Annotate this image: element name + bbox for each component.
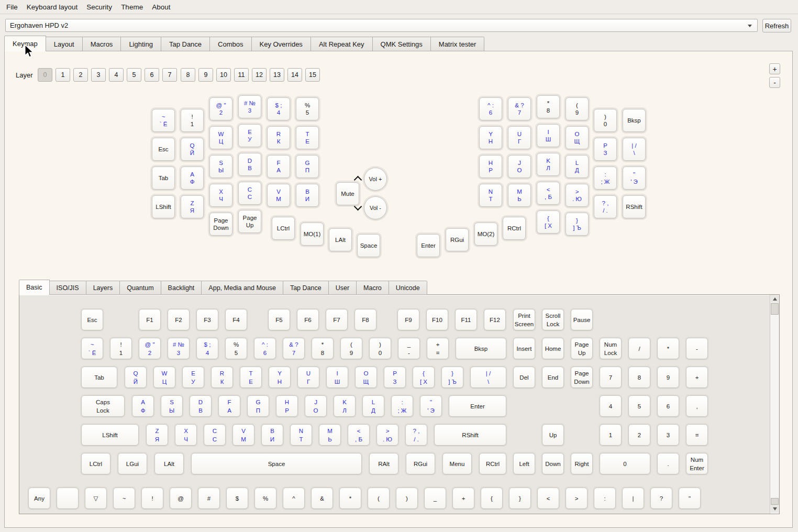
keymap-key-y[interactable]: YН (478, 125, 504, 151)
picker-key-114[interactable]: % (253, 486, 278, 510)
tab-combos[interactable]: Combos (210, 37, 251, 51)
picker-key-a[interactable]: AФ (131, 394, 155, 418)
picker-key-lshift[interactable]: LShift (80, 423, 140, 447)
picker-key-any[interactable]: Any (27, 486, 51, 510)
zoom-out-button[interactable]: - (769, 77, 780, 88)
picker-key-home[interactable]: Home (541, 337, 565, 360)
picker-key-f3[interactable]: F3 (195, 308, 219, 331)
keymap-key-s[interactable]: SЫ (208, 153, 234, 180)
keymap-key-3[interactable]: # №3 (237, 94, 263, 120)
picker-key-3[interactable]: 3 (656, 423, 680, 447)
picker-key-84[interactable]: >. Ю (375, 423, 400, 447)
picker-key-page-down[interactable]: PageDown (570, 365, 594, 389)
menu-item-theme[interactable]: Theme (120, 2, 144, 12)
picker-key-f1[interactable]: F1 (138, 308, 162, 331)
picker-key-36[interactable]: - (685, 337, 709, 360)
picker-key-([interactable]: ( (367, 486, 391, 510)
picker-tab-macro[interactable]: Macro (357, 281, 389, 295)
picker-key-27[interactable]: _- (397, 337, 421, 360)
keymap-key-enter[interactable]: Enter (415, 232, 441, 259)
picker-key-end[interactable]: End (541, 365, 565, 389)
keymap-key-i[interactable]: IШ (535, 123, 561, 149)
picker-key-+[interactable]: += (426, 337, 450, 360)
picker-key-del[interactable]: Del (512, 365, 536, 389)
menu-item-keyboard-layout[interactable]: Keyboard layout (26, 2, 79, 12)
picker-key-8[interactable]: *8 (311, 337, 335, 360)
tab-lighting[interactable]: Lighting (121, 37, 161, 51)
tab-qmk-settings[interactable]: QMK Settings (373, 37, 431, 51)
picker-key-b[interactable]: BИ (260, 423, 284, 447)
picker-key-0[interactable]: 0 (598, 452, 651, 475)
picker-key-lgui[interactable]: LGui (117, 452, 148, 475)
keymap-key-rgui[interactable]: RGui (444, 227, 470, 253)
tab-alt-repeat-key[interactable]: Alt Repeat Key (311, 37, 373, 51)
picker-key-h[interactable]: HР (275, 394, 299, 418)
picker-key-9[interactable]: 9 (656, 365, 680, 389)
keymap-key-rshift[interactable]: RShift (621, 194, 647, 220)
menu-item-about[interactable]: About (151, 2, 171, 12)
picker-key-rgui[interactable]: RGui (405, 452, 436, 475)
menu-item-file[interactable]: File (5, 2, 19, 12)
picker-key-num-lock[interactable]: NumLock (598, 337, 623, 360)
scroll-up-button[interactable] (771, 295, 779, 303)
picker-key-117[interactable]: * (338, 486, 362, 510)
keymap-key-u[interactable]: UГ (506, 125, 533, 151)
picker-key-e[interactable]: EУ (181, 365, 205, 389)
picker-key-129[interactable]: " (678, 486, 702, 510)
picker-key-5[interactable]: 5 (627, 394, 651, 418)
menu-item-security[interactable]: Security (85, 2, 113, 12)
picker-key-f8[interactable]: F8 (353, 308, 378, 331)
keymap-key-n[interactable]: NТ (478, 182, 504, 208)
picker-key-4[interactable]: $ ;4 (195, 337, 219, 360)
picker-key-104[interactable]: . (656, 452, 680, 475)
picker-key-50[interactable]: | /\ (469, 365, 507, 389)
picker-key-109[interactable]: ~ (112, 486, 136, 510)
keymap-key-vol[interactable]: Vol - (362, 195, 389, 221)
keymap-key-page-up[interactable]: PageUp (237, 208, 263, 235)
keymap-key-q[interactable]: QЙ (179, 136, 205, 162)
keymap-key-lctrl[interactable]: LCtrl (270, 215, 296, 241)
keymap-key-54[interactable]: | /\ (621, 136, 647, 162)
picker-key-107[interactable] (56, 486, 80, 510)
picker-key-down[interactable]: Down (541, 452, 565, 475)
picker-key-7[interactable]: 7 (598, 365, 623, 389)
tab-matrix-tester[interactable]: Matrix tester (431, 37, 485, 51)
picker-key-f6[interactable]: F6 (296, 308, 320, 331)
keymap-key-w[interactable]: WЦ (208, 125, 234, 151)
picker-key-123[interactable]: } (508, 486, 532, 510)
layer-button-12[interactable]: 12 (252, 68, 267, 82)
picker-key-110[interactable]: ! (140, 486, 164, 510)
picker-key-4[interactable]: 4 (598, 394, 623, 418)
picker-key-5[interactable]: %5 (224, 337, 248, 360)
picker-key-111[interactable]: @ (169, 486, 193, 510)
picker-key-120[interactable]: _ (423, 486, 447, 510)
layer-button-0[interactable]: 0 (38, 68, 52, 82)
picker-key-1[interactable]: !1 (109, 337, 133, 360)
picker-key-insert[interactable]: Insert (512, 337, 536, 360)
picker-key-left[interactable]: Left (512, 452, 536, 475)
picker-key-6[interactable]: 6 (656, 394, 680, 418)
picker-key-122[interactable]: { (480, 486, 504, 510)
keymap-key-43[interactable]: {[ Х (535, 209, 561, 235)
keymap-key-0[interactable]: ~` Ё (150, 107, 176, 134)
refresh-button[interactable]: Refresh (762, 19, 791, 32)
keymap-key-m[interactable]: MЬ (506, 182, 533, 208)
picker-key-49[interactable]: }] Ъ (440, 365, 464, 389)
picker-key-space[interactable]: Space (190, 452, 363, 475)
picker-key-16[interactable]: ~` Ё (80, 337, 104, 360)
picker-key-r[interactable]: RК (210, 365, 234, 389)
keymap-key-4[interactable]: $ ;4 (265, 96, 292, 122)
layer-button-3[interactable]: 3 (91, 68, 106, 82)
keymap-key-x[interactable]: XЧ (208, 182, 234, 208)
picker-key-127[interactable]: | (621, 486, 645, 510)
keymap-key-d[interactable]: DВ (237, 151, 263, 178)
picker-key-108[interactable]: ▽ (84, 486, 108, 510)
picker-key-z[interactable]: ZЯ (145, 423, 169, 447)
layer-button-15[interactable]: 15 (305, 68, 320, 82)
picker-key-)[interactable]: ) (395, 486, 419, 510)
picker-key-34[interactable]: / (627, 337, 651, 360)
keymap-key-8[interactable]: *8 (535, 94, 561, 120)
picker-key-p[interactable]: PЗ (383, 365, 407, 389)
keymap-key-o[interactable]: OЩ (564, 125, 590, 151)
keymap-key-a[interactable]: AФ (179, 165, 205, 191)
